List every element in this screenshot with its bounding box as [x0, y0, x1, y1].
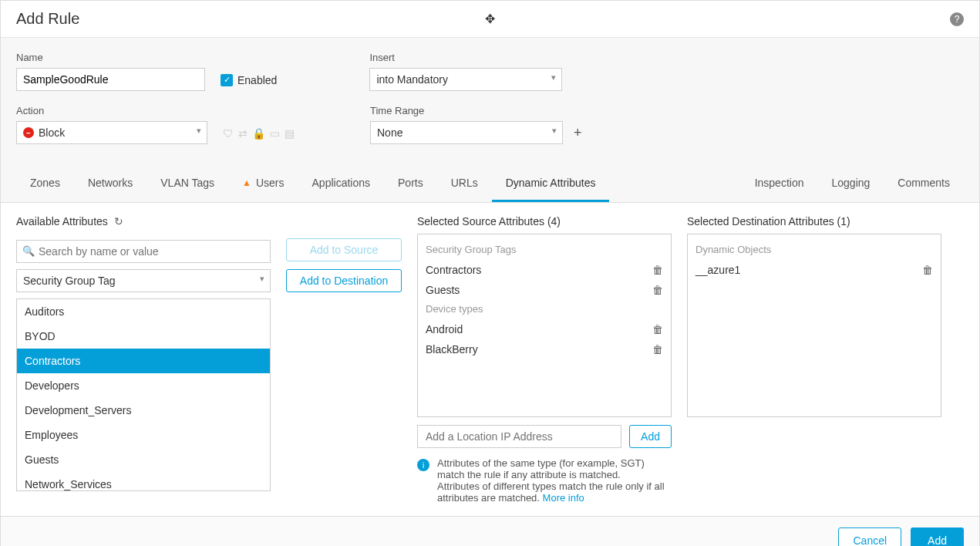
attribute-list[interactable]: AuditorsBYODContractorsDevelopersDevelop… — [16, 298, 271, 491]
tab-vlan-tags[interactable]: VLAN Tags — [146, 166, 228, 202]
list-item[interactable]: Developers — [17, 373, 270, 398]
shield-icon: 🛡 — [223, 127, 234, 140]
trash-icon[interactable]: 🗑 — [652, 323, 663, 335]
source-header: Selected Source Attributes (4) — [417, 215, 561, 228]
attribute-type-select[interactable]: Security Group Tag — [16, 269, 271, 292]
list-item[interactable]: BYOD — [17, 324, 270, 349]
dialog-title: Add Rule — [16, 10, 79, 28]
tab-urls[interactable]: URLs — [437, 166, 492, 202]
tab-comments[interactable]: Comments — [884, 166, 964, 202]
search-input[interactable] — [16, 240, 271, 263]
block-icon — [23, 127, 34, 138]
selected-item: Contractors🗑 — [426, 260, 663, 280]
selected-item: BlackBerry🗑 — [426, 339, 663, 359]
flow-icon: ⇄ — [238, 127, 248, 140]
timerange-select[interactable]: None — [370, 121, 563, 144]
info-text-1: Attributes of the same type (for example… — [437, 457, 645, 480]
tab-users[interactable]: Users — [228, 166, 298, 202]
info-icon: i — [417, 459, 429, 471]
trash-icon[interactable]: 🗑 — [652, 264, 663, 276]
add-to-source-button[interactable]: Add to Source — [286, 238, 402, 261]
add-timerange-icon[interactable]: + — [574, 125, 582, 141]
trash-icon[interactable]: 🗑 — [652, 343, 663, 356]
search-icon: 🔍 — [22, 245, 35, 257]
move-icon[interactable]: ✥ — [485, 12, 495, 26]
selected-item: Android🗑 — [426, 319, 663, 339]
selected-item: Guests🗑 — [426, 280, 663, 300]
insert-select[interactable]: into Mandatory — [369, 68, 562, 91]
group-label: Device types — [426, 303, 663, 315]
name-input[interactable] — [16, 68, 205, 91]
list-icon: ▤ — [285, 127, 295, 140]
dest-header: Selected Destination Attributes (1) — [687, 215, 850, 228]
tab-ports[interactable]: Ports — [384, 166, 437, 202]
list-item[interactable]: Network_Services — [17, 472, 270, 491]
tab-applications[interactable]: Applications — [298, 166, 385, 202]
list-item[interactable]: Guests — [17, 447, 270, 472]
add-button[interactable]: Add — [911, 527, 964, 546]
name-label: Name — [16, 52, 205, 63]
add-to-destination-button[interactable]: Add to Destination — [286, 269, 402, 292]
image-icon: ▭ — [270, 127, 280, 140]
tab-logging[interactable]: Logging — [817, 166, 884, 202]
trash-icon[interactable]: 🗑 — [652, 284, 663, 296]
list-item[interactable]: Auditors — [17, 299, 270, 324]
location-ip-input[interactable] — [417, 425, 621, 448]
group-label: Dynamic Objects — [695, 244, 933, 255]
help-icon[interactable]: ? — [950, 12, 964, 26]
tab-networks[interactable]: Networks — [74, 166, 146, 202]
source-attributes-box: Security Group TagsContractors🗑Guests🗑De… — [417, 234, 672, 417]
dest-attributes-box: Dynamic Objects__azure1🗑 — [687, 234, 941, 417]
insert-label: Insert — [369, 52, 562, 63]
tab-zones[interactable]: Zones — [16, 166, 74, 202]
action-select[interactable]: Block — [16, 121, 207, 144]
trash-icon[interactable]: 🗑 — [922, 264, 933, 276]
tab-inspection[interactable]: Inspection — [741, 166, 818, 202]
more-info-link[interactable]: More info — [543, 492, 584, 504]
list-item[interactable]: Contractors — [17, 349, 270, 373]
refresh-icon[interactable]: ↻ — [114, 215, 123, 228]
enabled-label: Enabled — [237, 74, 277, 86]
list-item[interactable]: Employees — [17, 423, 270, 447]
cancel-button[interactable]: Cancel — [838, 527, 901, 546]
lock-icon: 🔒 — [252, 127, 265, 140]
add-location-button[interactable]: Add — [629, 425, 672, 448]
timerange-label: Time Range — [370, 105, 582, 116]
action-label: Action — [16, 105, 207, 116]
enabled-checkbox[interactable]: ✓ — [221, 74, 233, 86]
tab-dynamic-attributes[interactable]: Dynamic Attributes — [492, 166, 610, 202]
selected-item: __azure1🗑 — [695, 260, 933, 280]
action-policy-icons: 🛡 ⇄ 🔒 ▭ ▤ — [223, 122, 295, 144]
list-item[interactable]: Development_Servers — [17, 398, 270, 423]
available-header: Available Attributes — [16, 215, 108, 228]
group-label: Security Group Tags — [426, 244, 663, 255]
